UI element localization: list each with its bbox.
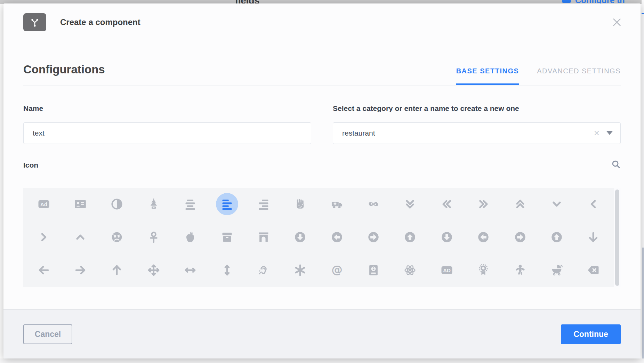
modal-body: Configurations BASE SETTINGS ADVANCED SE… bbox=[3, 41, 641, 309]
component-icon bbox=[23, 13, 46, 31]
icon-option-audio-description[interactable]: AD bbox=[436, 259, 458, 281]
icon-option-angry[interactable] bbox=[106, 226, 128, 248]
icon-option-at[interactable]: @ bbox=[326, 259, 348, 281]
create-component-modal: Create a component Configurations BASE S… bbox=[3, 3, 641, 358]
close-icon[interactable] bbox=[611, 17, 622, 28]
icon-option-arrow-left[interactable] bbox=[33, 259, 55, 281]
icon-option-align-right[interactable] bbox=[252, 193, 275, 215]
page-title: Configurations bbox=[23, 63, 105, 76]
icon-option-american-sign-language-interpreting[interactable] bbox=[362, 193, 385, 215]
tab-base-settings[interactable]: BASE SETTINGS bbox=[456, 67, 519, 84]
icon-option-arrow-up[interactable] bbox=[106, 259, 128, 281]
icon-option-asterisk[interactable] bbox=[289, 259, 311, 281]
search-icon[interactable] bbox=[611, 160, 621, 170]
icon-option-arrow-circle-right[interactable] bbox=[509, 226, 531, 248]
icon-option-baby[interactable] bbox=[509, 259, 531, 281]
icon-option-angle-double-right[interactable] bbox=[472, 193, 494, 215]
caret-down-icon[interactable] bbox=[606, 131, 613, 135]
icon-option-angle-down[interactable] bbox=[546, 193, 568, 215]
background-page-right bbox=[642, 0, 644, 363]
name-input[interactable] bbox=[23, 122, 311, 144]
section-header: Configurations BASE SETTINGS ADVANCED SE… bbox=[23, 63, 621, 86]
category-selected-value: restaurant bbox=[342, 129, 594, 137]
icon-option-arrow-alt-circle-up[interactable] bbox=[399, 226, 421, 248]
icon-option-angle-double-up[interactable] bbox=[509, 193, 531, 215]
svg-text:AD: AD bbox=[443, 267, 451, 273]
icon-option-air-freshener[interactable] bbox=[143, 193, 165, 215]
icon-option-ambulance[interactable] bbox=[326, 193, 348, 215]
icon-option-atom[interactable] bbox=[399, 259, 421, 281]
icon-option-arrow-right[interactable] bbox=[69, 259, 91, 281]
icon-label: Icon bbox=[23, 160, 38, 170]
modal-footer: Cancel Continue bbox=[3, 309, 641, 358]
icon-grid-scrollbar bbox=[614, 188, 621, 287]
icon-option-atlas[interactable] bbox=[362, 259, 385, 281]
icon-picker-panel: Ad@AD bbox=[23, 188, 621, 287]
cancel-button[interactable]: Cancel bbox=[23, 324, 72, 344]
background-page-scrollbar bbox=[642, 248, 644, 359]
svg-text:Ad: Ad bbox=[40, 201, 47, 207]
tab-advanced-settings[interactable]: ADVANCED SETTINGS bbox=[537, 67, 621, 84]
icon-option-arrow-alt-circle-left[interactable] bbox=[326, 226, 348, 248]
icon-option-arrow-down[interactable] bbox=[582, 226, 604, 248]
icon-option-arrow-alt-circle-down[interactable] bbox=[289, 226, 311, 248]
category-field-group: Select a category or enter a name to cre… bbox=[333, 104, 621, 144]
icon-grid: Ad@AD bbox=[25, 188, 612, 287]
background-link-icon bbox=[562, 0, 571, 3]
icon-option-archive[interactable] bbox=[216, 226, 238, 248]
name-label: Name bbox=[23, 104, 311, 113]
category-select[interactable]: restaurant × bbox=[333, 122, 621, 144]
icon-option-arrows-alt-h[interactable] bbox=[179, 259, 201, 281]
clear-icon[interactable]: × bbox=[594, 128, 599, 138]
icon-option-align-center[interactable] bbox=[179, 193, 201, 215]
icon-option-angle-double-left[interactable] bbox=[436, 193, 458, 215]
screen: fields Configure th Create a component C… bbox=[0, 0, 644, 363]
icon-option-arrow-alt-circle-right[interactable] bbox=[362, 226, 385, 248]
background-page-bottom bbox=[0, 358, 644, 363]
icon-option-arrow-circle-down[interactable] bbox=[436, 226, 458, 248]
category-label: Select a category or enter a name to cre… bbox=[333, 104, 621, 113]
continue-button[interactable]: Continue bbox=[561, 324, 621, 344]
form-fields: Name Select a category or enter a name t… bbox=[23, 104, 621, 144]
icon-option-arrow-circle-left[interactable] bbox=[472, 226, 494, 248]
settings-tabs: BASE SETTINGS ADVANCED SETTINGS bbox=[456, 67, 621, 75]
icon-option-assistive-listening-systems[interactable] bbox=[252, 259, 275, 281]
icon-option-apple-alt[interactable] bbox=[179, 226, 201, 248]
icon-option-arrows-alt-v[interactable] bbox=[216, 259, 238, 281]
icon-option-adjust[interactable] bbox=[106, 193, 128, 215]
icon-option-arrow-circle-up[interactable] bbox=[546, 226, 568, 248]
icon-option-angle-double-down[interactable] bbox=[399, 193, 421, 215]
icon-option-angle-left[interactable] bbox=[582, 193, 604, 215]
icon-option-ad[interactable]: Ad bbox=[33, 193, 55, 215]
icon-option-arrows-alt[interactable] bbox=[143, 259, 165, 281]
modal-title: Create a component bbox=[60, 17, 140, 27]
icon-option-allergies[interactable] bbox=[289, 193, 311, 215]
icon-option-angle-right[interactable] bbox=[33, 226, 55, 248]
modal-header: Create a component bbox=[3, 3, 641, 41]
name-field-group: Name bbox=[23, 104, 311, 144]
icon-option-award[interactable] bbox=[472, 259, 494, 281]
svg-text:@: @ bbox=[331, 264, 343, 276]
icon-option-backspace[interactable] bbox=[582, 259, 604, 281]
background-blue-line bbox=[642, 13, 644, 14]
icon-option-address-card[interactable] bbox=[69, 193, 91, 215]
icon-option-archway[interactable] bbox=[252, 226, 275, 248]
icon-option-baby-carriage[interactable] bbox=[546, 259, 568, 281]
scrollbar-thumb[interactable] bbox=[615, 189, 619, 286]
icon-picker-header: Icon bbox=[23, 160, 621, 170]
icon-option-align-left[interactable] bbox=[216, 193, 238, 215]
icon-option-ankh[interactable] bbox=[143, 226, 165, 248]
icon-option-angle-up[interactable] bbox=[69, 226, 91, 248]
